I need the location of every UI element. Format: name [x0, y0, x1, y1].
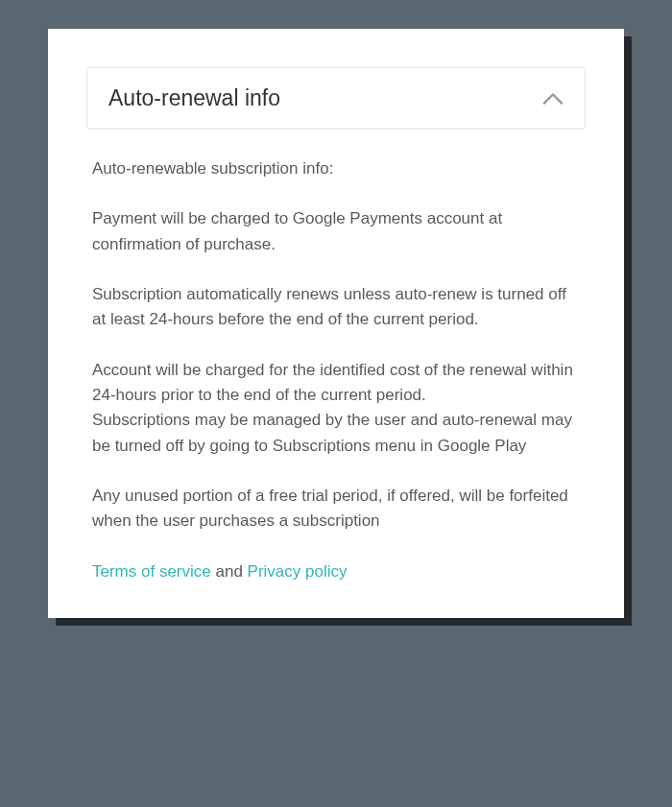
paragraph-payment: Payment will be charged to Google Paymen… [92, 206, 580, 257]
paragraph-trial: Any unused portion of a free trial perio… [92, 484, 580, 534]
accordion-title: Auto-renewal info [108, 85, 280, 111]
chevron-up-icon [542, 88, 564, 109]
paragraph-manage: Subscriptions may be managed by the user… [92, 408, 580, 459]
intro-text: Auto-renewable subscription info: [92, 156, 580, 181]
accordion-header[interactable]: Auto-renewal info [86, 67, 586, 130]
accordion-content: Auto-renewable subscription info: Paymen… [86, 156, 586, 584]
paragraph-charge: Account will be charged for the identifi… [92, 358, 580, 409]
terms-of-service-link[interactable]: Terms of service [92, 562, 211, 581]
info-card: Auto-renewal info Auto-renewable subscri… [48, 29, 624, 618]
paragraph-renewal: Subscription automatically renews unless… [92, 282, 580, 333]
links-line: Terms of service and Privacy policy [92, 559, 580, 584]
privacy-policy-link[interactable]: Privacy policy [248, 562, 348, 581]
links-separator: and [211, 562, 248, 581]
